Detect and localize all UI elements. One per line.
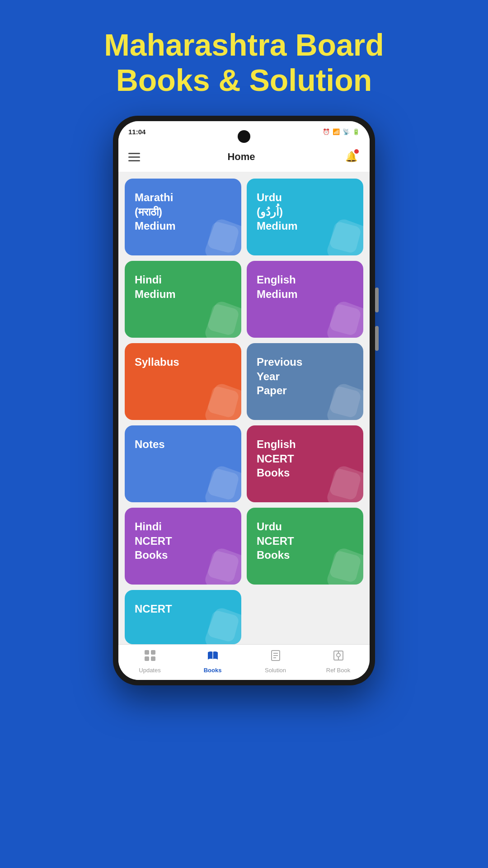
camera-notch: [238, 130, 250, 143]
svg-rect-3: [151, 656, 155, 661]
card-label: Urdu(اُردُو)Medium: [257, 190, 298, 233]
svg-rect-0: [145, 650, 149, 655]
app-title: Maharashtra Board Books & Solution: [68, 0, 420, 116]
nav-updates-label: Updates: [139, 667, 160, 674]
nav-books[interactable]: Books: [195, 649, 231, 674]
card-label: UrduNCERTBooks: [257, 519, 294, 562]
card-label: EnglishNCERTBooks: [257, 437, 296, 480]
updates-icon: [144, 649, 156, 665]
battery-icon: 🔋: [352, 128, 360, 135]
phone-shell: 11:04 ⏰ 📶 📡 🔋 Home 🔔 Marathi(मराठी): [113, 116, 375, 685]
hamburger-menu[interactable]: [128, 153, 140, 161]
notification-dot: [354, 149, 359, 154]
card-urdu-medium[interactable]: Urdu(اُردُو)Medium: [247, 179, 363, 255]
nav-solution[interactable]: Solution: [258, 649, 294, 674]
alarm-icon: ⏰: [323, 128, 330, 135]
svg-rect-1: [151, 650, 155, 655]
card-grid: Marathi(मराठी)Medium Urdu(اُردُو)Medium …: [118, 172, 370, 644]
card-english-medium[interactable]: EnglishMedium: [247, 261, 363, 338]
card-previous-year-paper[interactable]: PreviousYearPaper: [247, 343, 363, 420]
card-notes[interactable]: Notes: [125, 425, 241, 502]
card-ncert[interactable]: NCERT: [125, 590, 241, 644]
card-label: HindiMedium: [135, 273, 176, 301]
solution-icon: [269, 649, 282, 665]
nav-books-label: Books: [204, 667, 222, 674]
card-hindi-ncert-books[interactable]: HindiNCERTBooks: [125, 508, 241, 585]
top-bar: Home 🔔: [118, 142, 370, 172]
status-bar: 11:04 ⏰ 📶 📡 🔋: [118, 121, 370, 142]
card-label: HindiNCERTBooks: [135, 519, 172, 562]
signal-icon: 📡: [343, 128, 350, 135]
card-syllabus[interactable]: Syllabus: [125, 343, 241, 420]
card-label: Syllabus: [135, 355, 179, 369]
wifi-icon: 📶: [333, 128, 340, 135]
bottom-nav: Updates Books: [118, 644, 370, 680]
phone-screen: 11:04 ⏰ 📶 📡 🔋 Home 🔔 Marathi(मराठी): [118, 121, 370, 680]
card-label: Marathi(मराठी)Medium: [135, 190, 176, 233]
nav-refbook[interactable]: Ref Book: [320, 649, 357, 674]
status-time: 11:04: [128, 128, 145, 136]
side-buttons: [375, 288, 379, 351]
card-label: PreviousYearPaper: [257, 355, 302, 397]
card-label: Notes: [135, 437, 165, 451]
card-english-ncert-books[interactable]: EnglishNCERTBooks: [247, 425, 363, 502]
page-title: Home: [227, 151, 255, 163]
nav-refbook-label: Ref Book: [326, 667, 350, 674]
nav-updates[interactable]: Updates: [132, 649, 168, 674]
card-hindi-medium[interactable]: HindiMedium: [125, 261, 241, 338]
card-label: NCERT: [135, 602, 172, 616]
card-label: EnglishMedium: [257, 273, 298, 301]
svg-rect-2: [145, 656, 149, 661]
card-urdu-ncert-books[interactable]: UrduNCERTBooks: [247, 508, 363, 585]
nav-solution-label: Solution: [265, 667, 286, 674]
status-icons: ⏰ 📶 📡 🔋: [323, 128, 360, 135]
refbook-icon: [332, 649, 345, 665]
card-marathi-medium[interactable]: Marathi(मराठी)Medium: [125, 179, 241, 255]
svg-point-10: [337, 653, 340, 657]
notification-bell[interactable]: 🔔: [343, 148, 360, 165]
books-icon: [206, 649, 219, 665]
